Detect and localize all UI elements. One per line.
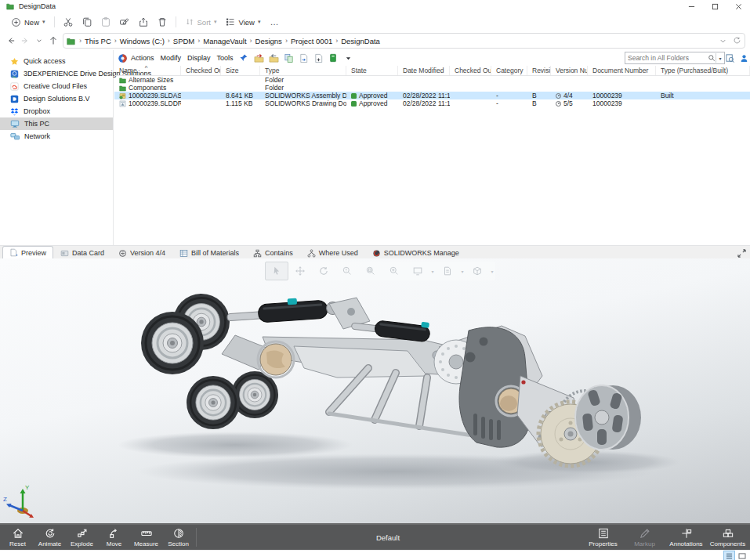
search-input[interactable] (625, 54, 708, 62)
user-button[interactable] (737, 52, 750, 64)
rename-button[interactable] (115, 14, 134, 30)
breadcrumb-item[interactable]: SPDM (171, 36, 197, 46)
cell-text: 4/4 (563, 92, 573, 99)
display-mode-tool-button[interactable] (406, 262, 429, 280)
new-button[interactable]: New ▾ (6, 16, 50, 29)
section-button[interactable]: Section (162, 525, 194, 550)
copy-button[interactable] (78, 14, 96, 30)
zoom-fit-tool-button[interactable] (335, 262, 359, 280)
column-header-state[interactable]: State (346, 66, 398, 75)
column-header-revision[interactable]: Revision (527, 66, 551, 75)
breadcrumb-item[interactable]: ManageVault (201, 36, 248, 46)
copy-document-button[interactable] (296, 52, 311, 64)
tab-contains[interactable]: Contains (246, 247, 300, 259)
column-header-version-number[interactable]: Version Number (551, 66, 588, 75)
sidebar-item-creative-cloud-files[interactable]: Creative Cloud Files (0, 80, 113, 92)
column-header-document-number[interactable]: Document Number (588, 66, 656, 75)
maximize-button[interactable] (703, 0, 726, 13)
configuration-name[interactable]: Default (329, 525, 447, 550)
tab-bill-of-materials[interactable]: Bill of Materials (172, 247, 246, 259)
column-header-category[interactable]: Category (491, 66, 527, 75)
sidebar-item-dropbox[interactable]: Dropbox (0, 105, 113, 117)
breadcrumb-item[interactable]: DesignData (339, 36, 382, 46)
get-latest-button[interactable] (281, 52, 296, 64)
search-options-button[interactable] (723, 52, 737, 64)
pdm-more-button[interactable] (341, 52, 356, 64)
breadcrumb-item[interactable]: Project 0001 (288, 36, 335, 46)
tab-where-used[interactable]: Where Used (300, 247, 365, 259)
column-header-date-modified[interactable]: Date Modified (398, 66, 450, 75)
properties-button[interactable]: Properties (582, 525, 624, 550)
reset-button[interactable]: Reset (2, 525, 34, 550)
components-button[interactable]: Components (707, 525, 748, 550)
markup-view-tool-button[interactable] (436, 262, 459, 280)
select-tool-button[interactable] (265, 262, 288, 280)
preview-viewport[interactable]: ▾▾▾ Y Z (0, 258, 750, 523)
details-view-button[interactable] (724, 551, 734, 560)
file-row-10000239-sldasm[interactable]: 10000239.SLDASM8.641 KBSOLIDWORKS Assemb… (114, 92, 750, 99)
measure-button[interactable]: Measure (130, 525, 162, 550)
zoom-area-tool-button[interactable] (359, 262, 382, 280)
animate-button[interactable]: Animate (34, 525, 66, 550)
pdm-menu-display[interactable]: Display (184, 52, 214, 63)
view-button[interactable]: View ▾ (221, 16, 265, 28)
column-header-type-purchased-built-[interactable]: Type (Purchased/Built) (656, 66, 750, 75)
cell-type: SOLIDWORKS Drawing Document (260, 99, 346, 107)
pdm-menu-modify[interactable]: Modify (158, 52, 185, 63)
rotate-tool-button[interactable] (312, 262, 335, 280)
sidebar-item-this-pc[interactable]: This PC (0, 117, 113, 130)
file-row-alternate-sizes[interactable]: Alternate SizesFolder (114, 76, 750, 84)
back-button[interactable] (5, 34, 17, 48)
sidebar-item-design-solutions-b-v[interactable]: Design Solutions B.V (0, 92, 113, 105)
thumbnail-view-button[interactable] (737, 551, 747, 560)
paste-button[interactable] (96, 14, 115, 30)
vault-view-button[interactable] (326, 52, 341, 64)
tab-data-card[interactable]: Data Card (53, 247, 111, 259)
pdm-menu-tools[interactable]: Tools (214, 52, 237, 63)
column-header-name[interactable]: Name∧ (114, 66, 181, 75)
check-out-button[interactable] (252, 52, 266, 64)
breadcrumb-item[interactable]: Designs (253, 36, 284, 46)
sidebar-item-quick-access[interactable]: Quick access (0, 55, 113, 67)
delete-button[interactable] (153, 14, 172, 30)
breadcrumb-item[interactable]: This PC (82, 36, 114, 46)
tab-preview[interactable]: Preview (2, 246, 53, 259)
caret-down-icon[interactable]: ▾ (489, 269, 495, 274)
refresh-button[interactable] (733, 34, 741, 48)
caret-down-icon[interactable]: ▾ (459, 269, 466, 274)
zoom-tool-button[interactable] (382, 262, 406, 280)
file-row-components[interactable]: ComponentsFolder (114, 84, 750, 92)
move-button[interactable]: Move (98, 525, 130, 550)
column-header-size[interactable]: Size (221, 66, 260, 75)
sidebar-item-3dexperience-drive-design-solutions[interactable]: 3DEXPERIENCE Drive Design Solutions (0, 67, 113, 80)
pan-tool-button[interactable] (288, 262, 312, 280)
tab-version-4-4[interactable]: Version 4/4 (111, 247, 172, 259)
check-in-button[interactable] (266, 52, 281, 64)
address-bar[interactable]: › This PC›Windows (C:)›SPDM›ManageVault›… (63, 33, 745, 49)
up-button[interactable] (47, 34, 60, 48)
annotations-button[interactable]: Annotations (665, 525, 707, 550)
column-header-checked-out-in[interactable]: Checked Out In (450, 66, 491, 75)
close-button[interactable] (726, 0, 750, 13)
sort-button[interactable]: Sort ▾ (180, 16, 222, 28)
file-row-10000239-slddrw[interactable]: 10000239.SLDDRW1.115 KBSOLIDWORKS Drawin… (114, 99, 750, 107)
orientation-cube-tool-button[interactable] (466, 262, 489, 280)
see-more-button[interactable]: … (265, 14, 284, 30)
cut-button[interactable] (59, 14, 78, 30)
pin-search-button[interactable] (237, 52, 252, 64)
explode-button[interactable]: Explode (66, 525, 98, 550)
column-header-type[interactable]: Type (260, 66, 346, 75)
share-button[interactable] (134, 14, 153, 30)
column-header-checked-out-by[interactable]: Checked Out By (181, 66, 221, 75)
tab-solidworks-manage[interactable]: SOLIDWORKS Manage (365, 247, 466, 259)
caret-down-icon[interactable]: ▾ (429, 269, 436, 274)
forward-button[interactable] (19, 34, 31, 48)
sidebar-item-network[interactable]: Network (0, 130, 113, 143)
expand-preview-button[interactable] (737, 246, 746, 260)
recent-locations-button[interactable] (33, 34, 45, 48)
new-document-button[interactable] (311, 52, 326, 64)
minimize-button[interactable] (679, 0, 703, 13)
pdm-menu-actions[interactable]: Actions (128, 52, 158, 63)
address-dropdown-button[interactable] (719, 34, 726, 48)
breadcrumb-item[interactable]: Windows (C:) (118, 36, 167, 46)
